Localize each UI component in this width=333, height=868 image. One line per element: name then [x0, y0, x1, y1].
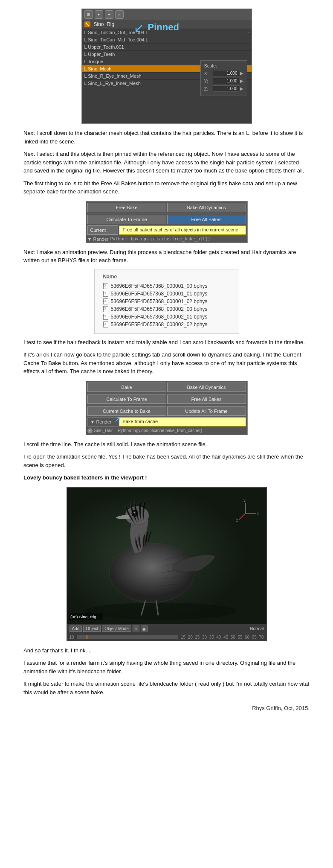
bird-viewport: X Y Z (36) Sino_Rig [67, 488, 266, 624]
panel2-row1: Bake Bake All Dynamics [86, 381, 247, 393]
file-listing-header: Name [103, 274, 230, 280]
file-item-3: □ 53696E6F5F4D657368_000002_00.bphys [103, 306, 230, 312]
file-listing: Name □ 53696E6F5F4D657368_000001_00.bphy… [94, 269, 239, 334]
timeline-labels: 15 20 25 30 35 40 45 50 55 60 65 70 [181, 635, 264, 640]
paragraph-11: I assume that for a render farm it's sim… [23, 659, 310, 675]
timeline-start: 10 [69, 635, 74, 640]
blender-screenshot-1: ⊞ ● ✦ ≡ ↙ Pinned 🦴 Sino_Rig L Sino_TinCa… [81, 9, 252, 124]
blender-panel-2: Bake Bake All Dynamics Calculate To Fram… [86, 381, 248, 435]
free-all-bakes-button-2[interactable]: Free All Bakes [167, 395, 246, 404]
paragraph-5: I test to see if the hair feedback is in… [23, 338, 310, 347]
bake-button[interactable]: Bake [87, 383, 166, 392]
svg-text:Z: Z [236, 518, 238, 523]
blender-icon-view[interactable]: ⊞ [84, 10, 93, 19]
paragraph-10: And so far that's it. I think.... [23, 646, 310, 655]
scale-x-label: X: [204, 71, 213, 76]
file-icon-5: □ [103, 321, 108, 327]
add-button[interactable]: Add [69, 625, 82, 632]
file-item-2: □ 53696E6F5F4D657368_000001_02.bphys [103, 298, 230, 304]
outliner-row-dots-0: ··· [245, 30, 249, 35]
panel2-tooltip-row: ▼ Render ↗ Bake from cache [86, 417, 247, 427]
paragraph-7: I scroll the time line. The cache is sti… [23, 440, 310, 449]
calculate-to-frame-button-1[interactable]: Calculate To Frame [87, 215, 166, 224]
outliner-row-2[interactable]: L Upper_Teeth.001 [82, 44, 252, 51]
sino-hair-label: Sino_Hair [94, 428, 113, 433]
blender-icon-extra[interactable]: ≡ [115, 10, 124, 19]
outliner-row-label-4: L Tongue [84, 59, 104, 64]
current-cache-to-bake-button[interactable]: Current Cache to Bake [87, 406, 166, 416]
scale-y-value[interactable]: 1.000 [213, 78, 239, 84]
file-icon-2: □ [103, 298, 108, 304]
rig-icon: 🦴 [84, 21, 90, 27]
update-all-to-frame-button[interactable]: Update All To Frame [167, 406, 246, 416]
file-name-1: 53696E6F5F4D657368_000001_01.bphys [111, 291, 208, 297]
blender-icon-mesh[interactable]: ● [95, 10, 103, 19]
object-button[interactable]: Object [83, 625, 101, 632]
panel1-row1: Free Bake Bake All Dynamics [86, 202, 247, 213]
paragraph-6: If it's all ok I can now go back to the … [23, 351, 310, 376]
scale-y-row: Y: 1.000 ▶ [204, 78, 243, 84]
tooltip-box-1: Free all baked caches of all objects in … [119, 225, 246, 235]
tooltip-box-2: Bake from cache [119, 417, 246, 427]
blender-panel-1: Free Bake Bake All Dynamics Calculate To… [86, 201, 248, 243]
scale-y-arrow: ▶ [240, 79, 243, 83]
outliner-row-label-7: L Sino_L_Eye_Inner_Mesh [84, 81, 141, 86]
scale-panel: Scale: X: 1.000 ▶ Y: 1.000 ▶ Z: 1.000 ▶ [200, 60, 247, 96]
pinned-arrow-icon: ↙ [134, 21, 144, 35]
tooltip-text-1: Free all baked caches of all objects in … [123, 227, 242, 232]
panel1-render-row: ▼ Render Python: bpy.ops.ptcache.free_ba… [86, 236, 247, 243]
outliner-row-1[interactable]: L Sino_TinCan_Mid_Toe.004.L [82, 36, 252, 44]
python-label-1: Python: bpy.ops.ptcache.free_bake_all() [110, 237, 211, 241]
scale-x-row: X: 1.000 ▶ [204, 70, 243, 76]
scale-z-value[interactable]: 1.000 [213, 85, 239, 92]
bird-timeline: 10 15 20 25 30 35 40 45 50 55 60 65 70 [67, 634, 266, 641]
svg-text:X: X [257, 511, 260, 516]
python-label-2: Python: bpy.ops.ptcache.bake_from_cache(… [118, 428, 202, 433]
scale-x-value[interactable]: 1.000 [213, 70, 239, 76]
paragraph-8: I re-open the animation scene file. Yes … [23, 453, 310, 469]
tooltip-text-2: Bake from cache [123, 419, 242, 424]
paragraph-1: Next I scroll down to the character mesh… [23, 129, 310, 146]
outliner-row-label-6: L Sino_R_Eye_Inner_Mesh [84, 73, 142, 79]
timeline-bar[interactable] [77, 635, 178, 639]
scale-z-row: Z: 1.000 ▶ [204, 85, 243, 92]
bird-screenshot: X Y Z (36) Sino_Rig Add Object Object Mo… [67, 487, 267, 641]
file-icon-1: □ [103, 291, 108, 297]
free-all-bakes-button-1[interactable]: Free All Bakes [167, 215, 246, 224]
file-name-3: 53696E6F5F4D657368_000002_00.bphys [111, 306, 208, 312]
paragraph-3: The first thing to do is to hit the Free… [23, 179, 310, 196]
calculate-to-frame-button-2[interactable]: Calculate To Frame [87, 395, 166, 404]
scale-z-label: Z: [204, 86, 213, 91]
svg-text:Y: Y [243, 498, 246, 503]
file-name-5: 53696E6F5F4D657368_000002_02.bphys [111, 321, 208, 327]
scale-z-arrow: ▶ [240, 86, 243, 91]
file-item-4: □ 53696E6F5F4D657368_000002_01.bphys [103, 314, 230, 320]
object-mode-button[interactable]: Object Mode [102, 625, 131, 632]
bake-all-dynamics-button-1[interactable]: Bake All Dynamics [167, 203, 246, 212]
svg-point-2 [109, 543, 194, 602]
scale-title: Scale: [204, 63, 243, 68]
blender-top-bar: ⊞ ● ✦ ≡ [82, 9, 252, 20]
blender-icon-tools[interactable]: ✦ [105, 10, 113, 19]
file-icon-4: □ [103, 314, 108, 320]
outliner-row-label-5: L Sino_Mesh [84, 66, 112, 71]
bake-all-dynamics-button-2[interactable]: Bake All Dynamics [167, 383, 246, 392]
panel2-row2: Calculate To Frame Free All Bakes [86, 393, 247, 405]
outliner-row-label-2: L Upper_Teeth.001 [84, 44, 124, 50]
panel1-row2: Calculate To Frame Free All Bakes [86, 213, 247, 225]
svg-point-1 [84, 602, 236, 620]
file-item-1: □ 53696E6F5F4D657368_000001_01.bphys [103, 291, 230, 297]
rig-name: Sino_Rig [94, 21, 115, 27]
cursor-icon: ⊕ [133, 625, 139, 632]
current-label: Current [87, 225, 118, 235]
timeline-playhead [87, 635, 87, 639]
file-item-0: □ 53696E6F5F4D657368_000001_00.bphys [103, 283, 230, 289]
paragraph-12: It might be safer to make the animation … [23, 680, 310, 696]
outliner-row-label-1: L Sino_TinCan_Mid_Toe.004.L [84, 37, 148, 42]
file-name-4: 53696E6F5F4D657368_000002_01.bphys [111, 314, 208, 320]
paragraph-4: Next I make an animation preview. During… [23, 248, 310, 265]
blender-logo-icon: ● [87, 428, 93, 433]
scale-y-label: Y: [204, 79, 213, 84]
outliner-row-3[interactable]: L Upper_Teeth [82, 51, 252, 58]
free-bake-button[interactable]: Free Bake [87, 203, 166, 212]
